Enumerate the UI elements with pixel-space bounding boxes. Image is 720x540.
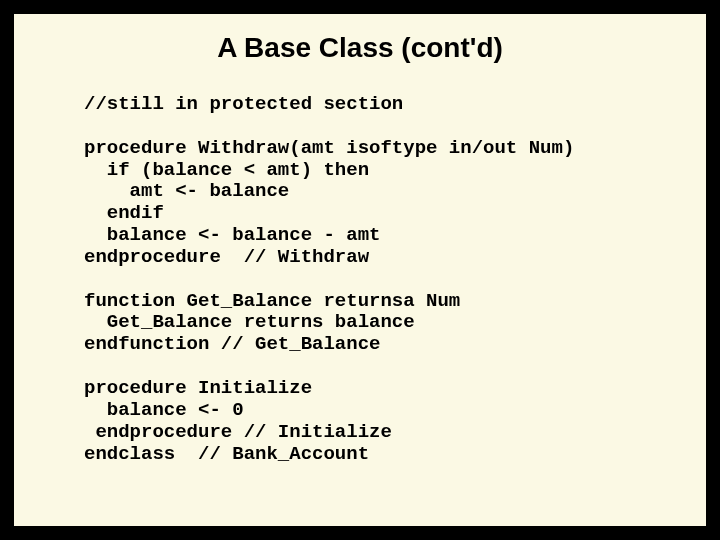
code-block: //still in protected section procedure W… (84, 94, 666, 465)
slide-body: A Base Class (cont'd) //still in protect… (12, 12, 708, 528)
code-line: endif (84, 202, 164, 224)
code-line: balance <- 0 (84, 399, 244, 421)
code-line: amt <- balance (84, 180, 289, 202)
code-line: procedure Withdraw(amt isoftype in/out N… (84, 137, 574, 159)
code-line: //still in protected section (84, 93, 403, 115)
slide-title: A Base Class (cont'd) (54, 32, 666, 64)
code-line: endfunction // Get_Balance (84, 333, 380, 355)
code-line: function Get_Balance returnsa Num (84, 290, 460, 312)
code-line: endprocedure // Initialize (84, 421, 392, 443)
slide-frame: A Base Class (cont'd) //still in protect… (0, 0, 720, 540)
code-line: procedure Initialize (84, 377, 312, 399)
code-line: balance <- balance - amt (84, 224, 380, 246)
code-line: endclass // Bank_Account (84, 443, 369, 465)
code-line: endprocedure // Withdraw (84, 246, 369, 268)
code-line: Get_Balance returns balance (84, 311, 415, 333)
code-line: if (balance < amt) then (84, 159, 369, 181)
